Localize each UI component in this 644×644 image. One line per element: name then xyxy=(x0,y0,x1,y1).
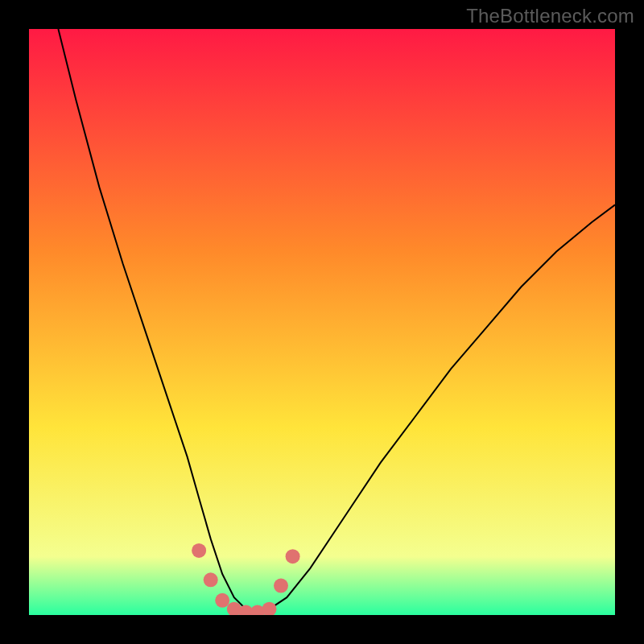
highlight-dot xyxy=(204,572,218,587)
highlight-dot xyxy=(286,549,300,564)
gradient-background xyxy=(29,29,615,615)
plot-area xyxy=(29,29,615,615)
highlight-dot xyxy=(274,579,288,593)
highlight-dot xyxy=(192,543,206,558)
chart-frame: TheBottleneck.com xyxy=(0,0,644,644)
watermark-text: TheBottleneck.com xyxy=(466,5,634,27)
chart-svg xyxy=(29,29,615,615)
highlight-dot xyxy=(215,593,229,608)
